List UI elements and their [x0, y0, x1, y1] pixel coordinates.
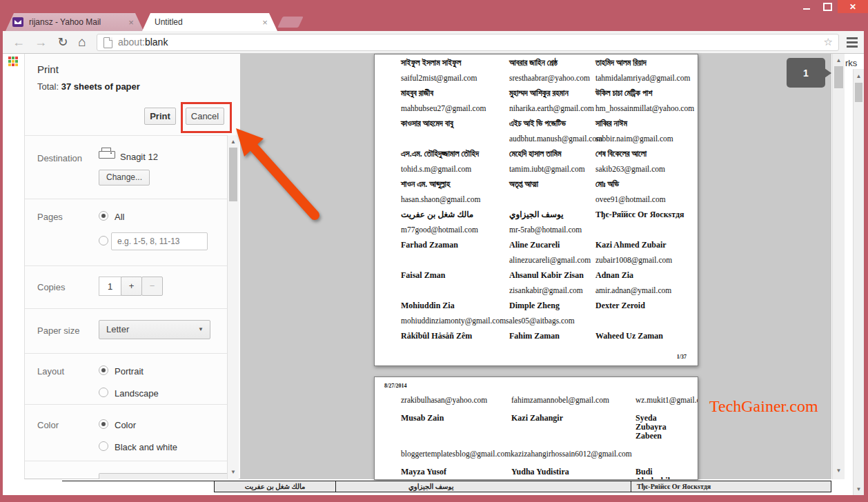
destination-printer-name: Snagit 12 [120, 152, 158, 162]
layout-landscape-label: Landscape [115, 388, 159, 399]
destination-label: Destination [37, 153, 82, 163]
tab-close-icon[interactable]: × [126, 17, 137, 28]
chrome-menu-icon[interactable] [843, 34, 861, 50]
scroll-position-tooltip: 1 [787, 58, 825, 88]
color-bw-radio[interactable] [99, 441, 108, 451]
contact-name: এস.এম. তৌহিদুজ্জামাল তৌহিদ [401, 150, 509, 159]
color-label: Color [37, 420, 59, 430]
print-button[interactable]: Print [144, 108, 176, 125]
contact-name: এইচ আই ভি পজেটিভ [509, 119, 595, 128]
pages-range-radio[interactable] [99, 236, 108, 245]
copies-input[interactable] [99, 277, 121, 296]
contact-email: fahimzamannobel@gmail.com [511, 396, 635, 405]
scroll-up-icon[interactable]: ▲ [854, 73, 864, 79]
contact-name: তাহমিদ আলম রিয়াদ [595, 59, 689, 68]
page-icon [103, 37, 112, 48]
scroll-down-icon[interactable]: ▼ [854, 486, 864, 492]
contact-name: Kazi Zahangir [511, 414, 635, 441]
contact-email [401, 134, 509, 143]
contact-email [509, 195, 595, 204]
contact-name: মুহাম্মদ আশিকুর রহমান [509, 89, 595, 98]
layout-portrait-label: Portrait [115, 366, 144, 376]
tab-close-icon[interactable]: × [259, 17, 270, 28]
browser-toolbar: ← → ↻ ⌂ about:blank ☆ [0, 31, 864, 54]
copies-increment-button[interactable]: + [121, 277, 142, 296]
contact-email: bloggertemplatesblog@gmail.comkazizahang… [401, 450, 635, 459]
contact-email: sakib263@gmail.com [595, 165, 689, 174]
scroll-up-icon[interactable]: ▲ [833, 57, 845, 63]
contact-email [595, 225, 689, 234]
tab-untitled[interactable]: Untitled × [142, 13, 277, 31]
window-border-bottom [0, 495, 868, 502]
tab-yahoo-mail[interactable]: rijansz - Yahoo Mail × [6, 13, 144, 31]
scroll-down-icon[interactable]: ▼ [228, 469, 239, 475]
contact-name: Aline Zucareli [509, 241, 595, 250]
dialog-scrollbar[interactable]: ▲ ▼ [227, 135, 239, 479]
copies-decrement-button[interactable]: − [141, 277, 163, 296]
home-icon[interactable]: ⌂ [73, 33, 91, 51]
window-border-right [864, 31, 868, 502]
back-icon[interactable]: ← [10, 33, 28, 51]
contact-email: sresthaabrar@yahoo.com [509, 74, 595, 83]
chevron-down-icon: ▼ [198, 321, 204, 339]
contact-name: Ahsanul Kabir Zisan [509, 271, 595, 280]
bookmark-star-icon[interactable]: ☆ [824, 36, 833, 48]
pages-label: Pages [37, 212, 63, 222]
pages-all-label: All [115, 212, 124, 222]
clipped-option-control[interactable] [99, 473, 234, 479]
scrollbar-thumb[interactable] [229, 148, 237, 201]
pages-range-input[interactable] [111, 232, 208, 250]
contact-name: Musab Zain [401, 414, 511, 441]
contact-name: Syeda Zubayra Zabeen [635, 414, 689, 441]
contact-name: Farhad Zzaman [401, 241, 509, 250]
contact-email: tohid.s.m@gmail.com [401, 165, 509, 174]
contact-email: audbhut.manush@gmail.com [509, 134, 595, 143]
minimize-button[interactable] [796, 0, 817, 13]
apps-grid-icon [8, 57, 19, 67]
contact-name: Mohiuddin Zia [401, 301, 509, 310]
contact-name: আবরার জাহিন শ্রেষ্ঠ [509, 59, 595, 68]
contact-name: সাব্বির নাঈম [595, 119, 689, 128]
scrollbar-thumb[interactable] [834, 66, 843, 88]
layout-portrait-radio[interactable] [99, 365, 108, 375]
contact-email: zrakibulhasan@yahoo.com [401, 396, 511, 405]
scrollbar-thumb[interactable] [855, 83, 862, 102]
close-button[interactable]: ✕ [838, 0, 868, 13]
total-sheets-text: Total: 37 sheets of paper [37, 81, 140, 92]
printer-icon [99, 148, 114, 159]
preview-scrollbar[interactable]: ▲ ▼ [832, 54, 845, 479]
contact-name: Yudha Yudistira [511, 468, 635, 480]
contact-email: sabbir.naim@gmail.com [595, 134, 689, 143]
window-controls: ✕ [796, 0, 868, 14]
contact-name: শেষ বিকেলের আলো [595, 150, 689, 159]
change-destination-button[interactable]: Change... [99, 170, 150, 185]
contact-email: amir.adnan@ymail.com [595, 286, 689, 295]
contact-email [401, 256, 509, 265]
contact-email: m77good@hotmail.com [401, 225, 509, 234]
contact-email: niharika.earth@gmail.com [509, 104, 595, 113]
pages-all-radio[interactable] [99, 211, 108, 221]
contact-email: tahmidalamriyad@gmail.com [595, 74, 690, 83]
window-scrollbar[interactable]: ▲ ▼ [853, 69, 864, 495]
contact-name: Tђє-Ряîйcє Oғ Яоcкѕтдя [595, 210, 689, 219]
contact-name: শাওন এম. আব্দুল্লাহ [401, 180, 509, 189]
contact-name: Budi Alsalsabil Yoshitsune [635, 468, 689, 480]
preview-page-2-rows: zrakibulhasan@yahoo.comfahimzamannobel@g… [375, 396, 698, 480]
contact-name: অতৃপ্ত আত্মা [509, 180, 595, 189]
contact-name: Faisal Zman [401, 271, 509, 280]
window-border-left [0, 31, 3, 502]
cancel-highlight-box [181, 102, 232, 133]
layout-landscape-radio[interactable] [99, 388, 108, 397]
maximize-button[interactable] [817, 0, 838, 13]
color-color-radio[interactable] [99, 419, 108, 429]
reload-icon[interactable]: ↻ [54, 33, 72, 51]
scroll-up-icon[interactable]: ▲ [228, 139, 239, 145]
contact-name: Dexter Zeroid [595, 301, 689, 310]
paper-size-select[interactable]: Letter▼ [99, 320, 210, 339]
scroll-down-icon[interactable]: ▼ [833, 468, 845, 474]
copies-label: Copies [37, 282, 65, 292]
contact-name: يوسف الجيزاوي [509, 210, 595, 219]
forward-icon[interactable]: → [32, 33, 50, 51]
contact-email: saiful2mist@gmail.com [401, 74, 509, 83]
address-bar[interactable]: about:blank ☆ [97, 34, 839, 51]
